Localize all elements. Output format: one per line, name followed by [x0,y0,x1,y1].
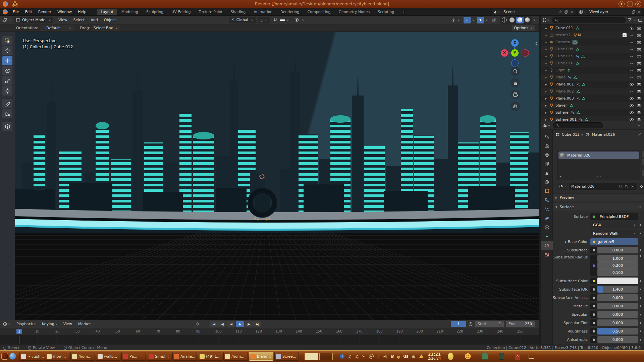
surface-panel-header[interactable]: ▾Surface :::: [553,203,644,210]
viewport-menu-add[interactable]: Add [88,18,101,22]
gizmo-neg-z-axis[interactable] [511,59,519,67]
tray-usb-icon[interactable]: ψ [397,354,400,359]
auto-keying-toggle[interactable] [195,321,200,327]
outliner-row[interactable]: ▸Plane.002 [541,88,644,95]
tray-keyboard-icon[interactable]: us [403,354,409,359]
tray-player-icon[interactable]: ▶ [369,354,374,359]
gizmo-x-axis[interactable]: X [501,49,508,57]
eye-closed-icon[interactable] [629,75,634,80]
outliner-row[interactable]: ▸Plane [541,74,644,81]
properties-options-chevron-icon[interactable] [637,124,641,127]
vector-value-field[interactable]: 0.100 [597,269,638,276]
tool-scale[interactable] [2,76,12,85]
outliner-row[interactable]: ▸Plane.001 [541,81,644,88]
tray-info-icon[interactable]: i [340,354,344,359]
dropdown-ggx[interactable]: GGX∨ [590,222,638,228]
prev-keyframe-button[interactable]: ◀| [218,321,226,327]
object-name[interactable]: textres2 [555,33,571,37]
copy-material-icon[interactable] [625,184,629,188]
desktop-icon-smiley[interactable]: ☻ [464,352,471,360]
value-field[interactable]: 0.000 [597,294,638,301]
eye-open-icon[interactable] [629,26,634,31]
tool-annotate[interactable] [2,99,12,108]
tray-inactive-icon[interactable]: ♪ [377,354,380,359]
tool-add-cube[interactable] [2,122,12,131]
tool-transform[interactable] [2,86,12,96]
disclosure-arrow-icon[interactable]: ▸ [545,41,549,44]
properties-tab-world[interactable] [541,178,553,187]
taskbar-window-scree-[interactable]: Scree... [274,352,299,361]
timeline-track[interactable] [0,336,539,344]
base-color-texture-field[interactable]: gatetex5 [590,238,638,245]
tab-layout[interactable]: Layout [97,9,117,15]
animate-property-dot[interactable] [640,297,641,299]
add-slot-button[interactable] [641,150,644,157]
value-field[interactable]: 0.000 [597,303,638,309]
viewport-canvas[interactable]: User Perspective (1) Collection | Cube.0… [15,32,539,320]
next-keyframe-button[interactable]: |▶ [245,321,253,327]
new-scene-icon[interactable] [564,10,568,14]
taskbar-window--zsh-[interactable]: ~ : zsh... [19,352,44,361]
render-visibility-icon[interactable] [637,40,641,45]
object-name[interactable]: Plane.001 [555,82,574,86]
nodes-toggle-button[interactable] [638,183,644,190]
value-field[interactable]: 0.000 [597,247,638,253]
animate-property-dot[interactable] [640,322,641,324]
blender-menu-icon[interactable] [3,9,8,14]
playhead-label[interactable]: 1 [16,329,22,334]
tool-rotate[interactable] [2,66,12,75]
value-field[interactable]: 0.000 [597,319,638,326]
properties-tab-scene[interactable] [541,169,553,178]
render-visibility-icon[interactable] [637,103,641,108]
object-name[interactable]: Plane.003 [555,96,574,101]
shading-chevron-icon[interactable] [533,18,536,22]
tab-uv-editing[interactable]: UV Editing [168,9,194,15]
workspace-1[interactable] [305,353,318,360]
filter-chevron-icon[interactable] [633,18,637,22]
clock[interactable]: 21:21 2/26/24 [428,352,441,360]
tab-scripting[interactable]: Scripting [374,9,398,15]
disclosure-arrow-icon[interactable]: ▸ [545,34,549,37]
desktop-icon-calculator[interactable] [482,353,488,360]
tab-modeling[interactable]: Modeling [118,9,142,15]
properties-tab-tool[interactable] [541,132,553,141]
editor-type-chevron-icon[interactable] [8,18,12,22]
breadcrumb-material[interactable]: Material.026 [592,132,615,137]
properties-editor-chevron-icon[interactable] [547,124,551,127]
object-name[interactable]: Sphere [555,110,569,115]
material-name-field[interactable]: Material.026 [569,183,637,190]
tab-animation[interactable]: Animation [250,9,276,15]
render-visibility-icon[interactable] [637,26,641,31]
use-preview-range-icon[interactable] [468,322,473,326]
outliner-row[interactable]: ▸Cube.011 [541,24,644,32]
outliner-search-input[interactable] [552,17,626,23]
taskbar-window-blend-[interactable]: Blend... [249,352,273,361]
animate-property-dot[interactable] [640,289,641,290]
timeline-editor-chevron-icon[interactable] [7,322,11,326]
gizmo-z-axis[interactable]: Z [511,39,519,47]
timeline-editor-icon[interactable] [3,322,7,326]
timeline-menu-keying[interactable]: Keying∨ [39,322,60,326]
outliner-row[interactable]: ▸Camera [541,39,644,46]
object-name[interactable]: Cube.016 [555,61,573,65]
tool-cursor[interactable] [2,46,12,55]
pan-view-button[interactable] [511,78,520,87]
taskbar-window-analie-[interactable]: Analie... [172,352,197,361]
outliner-row[interactable]: ▸Cube.016 [541,60,644,67]
new-collection-icon[interactable] [638,18,643,22]
tray-bluetooth-icon[interactable]: B [390,354,394,359]
tray-volume-icon[interactable]: ◄))) [383,355,387,358]
desktop-icon-jar[interactable] [499,353,504,360]
disclosure-arrow-icon[interactable]: ▸ [545,48,549,51]
object-visibility-dropdown[interactable] [450,17,462,23]
render-visibility-icon[interactable] [637,82,641,87]
tab-sculpting[interactable]: Sculpting [143,9,167,15]
eye-closed-icon[interactable] [629,47,634,52]
disclosure-arrow-icon[interactable]: ▸ [545,26,549,30]
animate-property-dot[interactable] [640,255,641,257]
render-visibility-icon[interactable] [637,96,641,101]
outliner-editor-chevron-icon[interactable] [547,18,550,22]
properties-tab-texture[interactable] [541,250,553,259]
properties-editor-icon[interactable] [543,123,547,128]
color-swatch[interactable] [597,278,638,284]
